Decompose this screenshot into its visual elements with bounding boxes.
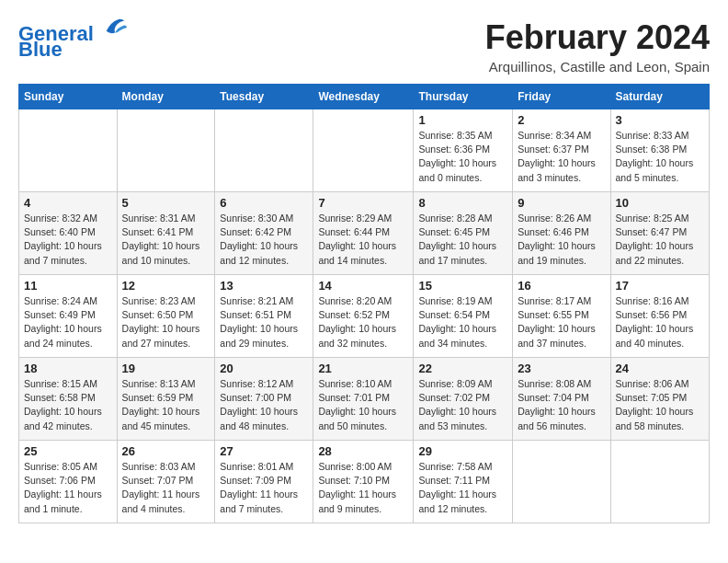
day-info: Sunrise: 8:05 AM Sunset: 7:06 PM Dayligh… (24, 460, 112, 516)
calendar-cell: 21Sunrise: 8:10 AM Sunset: 7:01 PM Dayli… (313, 358, 414, 441)
day-number: 25 (24, 444, 112, 458)
day-number: 22 (418, 362, 507, 375)
weekday-header-tuesday: Tuesday (215, 85, 313, 109)
day-number: 10 (616, 196, 705, 210)
calendar-cell: 15Sunrise: 8:19 AM Sunset: 6:54 PM Dayli… (414, 275, 513, 358)
day-number: 17 (616, 279, 705, 293)
month-year: February 2024 (485, 18, 710, 57)
day-info: Sunrise: 8:08 AM Sunset: 7:04 PM Dayligh… (518, 377, 605, 433)
day-info: Sunrise: 8:29 AM Sunset: 6:44 PM Dayligh… (318, 212, 408, 268)
calendar-cell: 2Sunrise: 8:34 AM Sunset: 6:37 PM Daylig… (513, 109, 610, 192)
day-info: Sunrise: 8:13 AM Sunset: 6:59 PM Dayligh… (122, 377, 210, 433)
calendar-cell (313, 109, 414, 192)
day-info: Sunrise: 8:35 AM Sunset: 6:36 PM Dayligh… (418, 129, 507, 185)
calendar-cell: 27Sunrise: 8:01 AM Sunset: 7:09 PM Dayli… (215, 441, 313, 523)
day-info: Sunrise: 8:20 AM Sunset: 6:52 PM Dayligh… (318, 294, 408, 350)
day-info: Sunrise: 8:03 AM Sunset: 7:07 PM Dayligh… (122, 460, 210, 516)
day-number: 19 (122, 362, 210, 375)
day-number: 6 (220, 196, 308, 210)
day-info: Sunrise: 8:32 AM Sunset: 6:40 PM Dayligh… (24, 212, 112, 268)
calendar-cell: 19Sunrise: 8:13 AM Sunset: 6:59 PM Dayli… (117, 358, 215, 441)
calendar-cell (215, 109, 313, 192)
calendar-cell: 8Sunrise: 8:28 AM Sunset: 6:45 PM Daylig… (414, 192, 513, 275)
day-number: 7 (318, 196, 408, 210)
day-info: Sunrise: 8:16 AM Sunset: 6:56 PM Dayligh… (616, 294, 705, 350)
day-number: 24 (616, 362, 705, 375)
day-info: Sunrise: 8:09 AM Sunset: 7:02 PM Dayligh… (418, 377, 507, 433)
calendar-cell: 22Sunrise: 8:09 AM Sunset: 7:02 PM Dayli… (414, 358, 513, 441)
day-number: 20 (220, 362, 308, 375)
day-info: Sunrise: 8:28 AM Sunset: 6:45 PM Dayligh… (418, 212, 507, 268)
calendar-cell (513, 441, 610, 523)
weekday-header-sunday: Sunday (19, 85, 118, 109)
day-info: Sunrise: 8:23 AM Sunset: 6:50 PM Dayligh… (122, 294, 210, 350)
day-number: 5 (122, 196, 210, 210)
calendar-cell: 1Sunrise: 8:35 AM Sunset: 6:36 PM Daylig… (414, 109, 513, 192)
day-info: Sunrise: 8:33 AM Sunset: 6:38 PM Dayligh… (616, 129, 705, 185)
title-block: February 2024 Arquillinos, Castille and … (485, 18, 710, 75)
weekday-header-wednesday: Wednesday (313, 85, 414, 109)
calendar-cell: 12Sunrise: 8:23 AM Sunset: 6:50 PM Dayli… (117, 275, 215, 358)
calendar-cell: 11Sunrise: 8:24 AM Sunset: 6:49 PM Dayli… (19, 275, 118, 358)
day-number: 26 (122, 444, 210, 458)
calendar-cell: 25Sunrise: 8:05 AM Sunset: 7:06 PM Dayli… (19, 441, 118, 523)
calendar-week-2: 4Sunrise: 8:32 AM Sunset: 6:40 PM Daylig… (19, 192, 710, 275)
calendar-cell: 20Sunrise: 8:12 AM Sunset: 7:00 PM Dayli… (215, 358, 313, 441)
calendar-cell: 3Sunrise: 8:33 AM Sunset: 6:38 PM Daylig… (610, 109, 710, 192)
location: Arquillinos, Castille and Leon, Spain (485, 59, 710, 75)
calendar-week-3: 11Sunrise: 8:24 AM Sunset: 6:49 PM Dayli… (19, 275, 710, 358)
day-info: Sunrise: 8:01 AM Sunset: 7:09 PM Dayligh… (220, 460, 308, 516)
calendar-cell: 17Sunrise: 8:16 AM Sunset: 6:56 PM Dayli… (610, 275, 710, 358)
calendar-cell: 13Sunrise: 8:21 AM Sunset: 6:51 PM Dayli… (215, 275, 313, 358)
day-number: 13 (220, 279, 308, 293)
day-number: 15 (418, 279, 507, 293)
calendar-cell: 5Sunrise: 8:31 AM Sunset: 6:41 PM Daylig… (117, 192, 215, 275)
day-info: Sunrise: 8:10 AM Sunset: 7:01 PM Dayligh… (318, 377, 408, 433)
calendar-cell: 18Sunrise: 8:15 AM Sunset: 6:58 PM Dayli… (19, 358, 118, 441)
calendar-cell (117, 109, 215, 192)
calendar-table: SundayMondayTuesdayWednesdayThursdayFrid… (18, 84, 710, 523)
day-number: 29 (418, 444, 507, 458)
day-info: Sunrise: 8:17 AM Sunset: 6:55 PM Dayligh… (518, 294, 605, 350)
day-info: Sunrise: 8:00 AM Sunset: 7:10 PM Dayligh… (318, 460, 408, 516)
day-number: 1 (418, 113, 507, 127)
calendar-cell (610, 441, 710, 523)
calendar-cell: 4Sunrise: 8:32 AM Sunset: 6:40 PM Daylig… (19, 192, 118, 275)
day-info: Sunrise: 8:31 AM Sunset: 6:41 PM Dayligh… (122, 212, 210, 268)
day-info: Sunrise: 8:19 AM Sunset: 6:54 PM Dayligh… (418, 294, 507, 350)
calendar-cell: 7Sunrise: 8:29 AM Sunset: 6:44 PM Daylig… (313, 192, 414, 275)
calendar-cell: 14Sunrise: 8:20 AM Sunset: 6:52 PM Dayli… (313, 275, 414, 358)
day-number: 11 (24, 279, 112, 293)
day-info: Sunrise: 8:34 AM Sunset: 6:37 PM Dayligh… (518, 129, 605, 185)
day-info: Sunrise: 8:15 AM Sunset: 6:58 PM Dayligh… (24, 377, 112, 433)
day-number: 8 (418, 196, 507, 210)
weekday-header-friday: Friday (513, 85, 610, 109)
day-info: Sunrise: 8:26 AM Sunset: 6:46 PM Dayligh… (518, 212, 605, 268)
weekday-header-monday: Monday (117, 85, 215, 109)
day-info: Sunrise: 8:06 AM Sunset: 7:05 PM Dayligh… (616, 377, 705, 433)
calendar-week-1: 1Sunrise: 8:35 AM Sunset: 6:36 PM Daylig… (19, 109, 710, 192)
day-number: 18 (24, 362, 112, 375)
calendar-cell: 16Sunrise: 8:17 AM Sunset: 6:55 PM Dayli… (513, 275, 610, 358)
day-info: Sunrise: 7:58 AM Sunset: 7:11 PM Dayligh… (418, 460, 507, 516)
header: General Blue February 2024 Arquillinos, … (18, 18, 710, 75)
day-number: 23 (518, 362, 605, 375)
day-number: 3 (616, 113, 705, 127)
calendar-cell: 23Sunrise: 8:08 AM Sunset: 7:04 PM Dayli… (513, 358, 610, 441)
calendar-week-5: 25Sunrise: 8:05 AM Sunset: 7:06 PM Dayli… (19, 441, 710, 523)
weekday-header-row: SundayMondayTuesdayWednesdayThursdayFrid… (19, 85, 710, 109)
weekday-header-thursday: Thursday (414, 85, 513, 109)
day-number: 12 (122, 279, 210, 293)
calendar-cell: 9Sunrise: 8:26 AM Sunset: 6:46 PM Daylig… (513, 192, 610, 275)
calendar-week-4: 18Sunrise: 8:15 AM Sunset: 6:58 PM Dayli… (19, 358, 710, 441)
day-number: 28 (318, 444, 408, 458)
day-info: Sunrise: 8:25 AM Sunset: 6:47 PM Dayligh… (616, 212, 705, 268)
day-number: 14 (318, 279, 408, 293)
weekday-header-saturday: Saturday (610, 85, 710, 109)
calendar-cell: 28Sunrise: 8:00 AM Sunset: 7:10 PM Dayli… (313, 441, 414, 523)
calendar-cell: 6Sunrise: 8:30 AM Sunset: 6:42 PM Daylig… (215, 192, 313, 275)
day-number: 21 (318, 362, 408, 375)
day-number: 27 (220, 444, 308, 458)
day-info: Sunrise: 8:30 AM Sunset: 6:42 PM Dayligh… (220, 212, 308, 268)
day-info: Sunrise: 8:21 AM Sunset: 6:51 PM Dayligh… (220, 294, 308, 350)
